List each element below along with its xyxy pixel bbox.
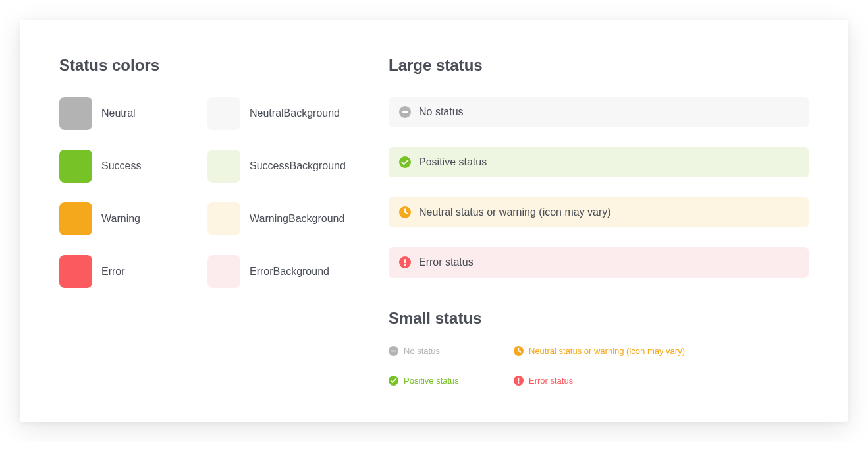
- svg-rect-1: [404, 259, 406, 263]
- design-system-card: Status colors NeutralNeutralBackgroundSu…: [20, 20, 848, 422]
- svg-point-2: [404, 264, 406, 266]
- color-swatch: [207, 97, 240, 130]
- clock-icon: [399, 206, 411, 218]
- exclamation-circle-icon: [399, 256, 411, 268]
- status-label: No status: [404, 346, 440, 356]
- large-status-row: No status: [389, 97, 809, 127]
- large-status-row: Error status: [389, 247, 809, 278]
- swatch-label: Success: [101, 160, 141, 172]
- large-status-row: Neutral status or warning (icon may vary…: [389, 197, 809, 227]
- color-swatch: [207, 150, 240, 183]
- color-swatch: [207, 202, 240, 235]
- status-label: Error status: [419, 256, 474, 268]
- status-colors-column: Status colors NeutralNeutralBackgroundSu…: [59, 56, 349, 386]
- status-label: Neutral status or warning (icon may vary…: [529, 346, 685, 356]
- swatch-item: Success: [59, 150, 201, 183]
- swatch-item: NeutralBackground: [207, 97, 349, 130]
- swatch-item: ErrorBackground: [207, 255, 349, 288]
- large-status-heading: Large status: [389, 56, 809, 74]
- small-status-grid: No statusNeutral status or warning (icon…: [389, 346, 809, 386]
- small-status-row: Neutral status or warning (icon may vary…: [514, 346, 809, 356]
- swatch-item: WarningBackground: [207, 202, 349, 235]
- large-status-list: No statusPositive statusNeutral status o…: [389, 97, 809, 278]
- swatch-grid: NeutralNeutralBackgroundSuccessSuccessBa…: [59, 97, 349, 288]
- exclamation-circle-icon: [514, 376, 524, 386]
- color-swatch: [59, 202, 92, 235]
- swatch-item: SuccessBackground: [207, 150, 349, 183]
- small-status-row: Positive status: [389, 376, 507, 386]
- status-label: Error status: [529, 376, 573, 386]
- status-examples-column: Large status No statusPositive statusNeu…: [389, 56, 809, 386]
- check-circle-icon: [399, 156, 411, 168]
- minus-circle-icon: [399, 106, 411, 118]
- color-swatch: [59, 255, 92, 288]
- small-status-heading: Small status: [389, 309, 809, 328]
- status-label: Neutral status or warning (icon may vary…: [419, 206, 611, 218]
- large-status-row: Positive status: [389, 147, 809, 177]
- status-label: Positive status: [404, 376, 459, 386]
- swatch-label: NeutralBackground: [250, 107, 340, 119]
- swatch-item: Error: [59, 255, 201, 288]
- small-status-row: Error status: [514, 376, 809, 386]
- color-swatch: [207, 255, 240, 288]
- svg-rect-0: [402, 111, 408, 113]
- swatch-item: Neutral: [59, 97, 201, 130]
- swatch-item: Warning: [59, 202, 201, 235]
- swatch-label: WarningBackground: [250, 213, 344, 225]
- status-label: Positive status: [419, 156, 487, 168]
- swatch-label: Warning: [101, 213, 140, 225]
- svg-rect-4: [518, 378, 520, 381]
- clock-icon: [514, 346, 524, 356]
- status-colors-heading: Status colors: [59, 56, 349, 74]
- status-label: No status: [419, 106, 464, 118]
- swatch-label: Neutral: [101, 107, 136, 119]
- small-status-row: No status: [389, 346, 507, 356]
- check-circle-icon: [389, 376, 398, 386]
- minus-circle-icon: [389, 346, 398, 356]
- swatch-label: SuccessBackground: [250, 160, 346, 172]
- swatch-label: Error: [101, 266, 125, 278]
- svg-point-5: [518, 382, 520, 384]
- swatch-label: ErrorBackground: [250, 266, 329, 278]
- color-swatch: [59, 97, 92, 130]
- svg-rect-3: [391, 351, 396, 352]
- color-swatch: [59, 150, 92, 183]
